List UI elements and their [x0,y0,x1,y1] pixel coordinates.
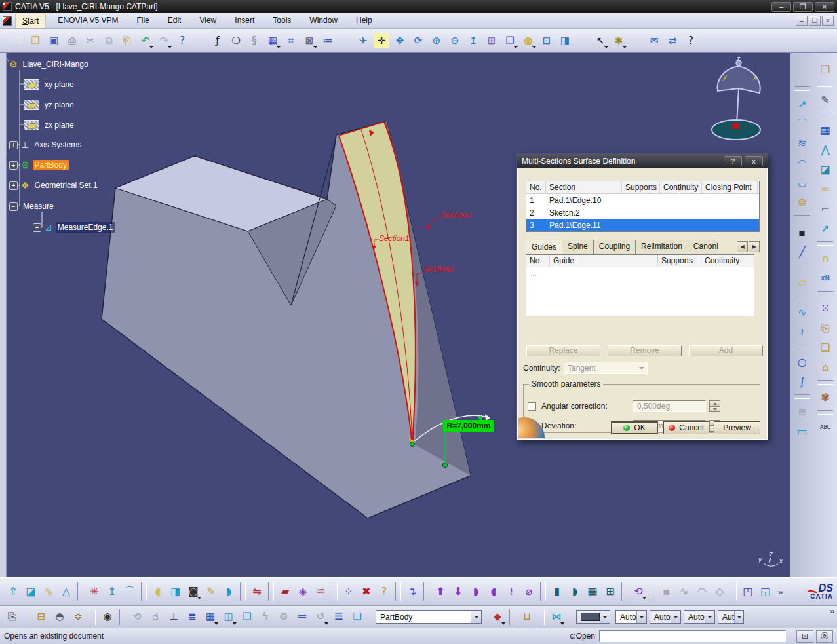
symmetry-icon[interactable]: ✳ [87,584,102,599]
projection-curve-icon[interactable]: ⇘ [41,584,56,599]
table-row[interactable]: 1 Pad.1\Edge.10 [526,194,759,206]
tree-item-axis-systems[interactable]: Axis Systems [32,140,83,150]
box-cylinder-icon[interactable]: ◫ [221,609,237,625]
inertia-icon[interactable]: ≎ [70,609,86,625]
hatch-box-icon[interactable]: ⊞ [602,584,618,599]
relations-icon[interactable]: ≔ [320,33,336,48]
table-row-selected[interactable]: 3 Pad.1\Edge.11 [526,219,759,231]
expand-toggle[interactable]: + [9,161,18,170]
undo-icon[interactable]: ↶ [138,33,153,48]
pick-face-icon[interactable]: ◰ [740,584,756,599]
tree-item-root[interactable]: Llave_CIRI-Mango [21,59,90,69]
menu-item-file[interactable]: File [130,14,155,28]
cell-no[interactable]: 3 [526,221,546,230]
radius-dimension-label[interactable]: R=7,000mm [443,420,494,432]
whats-this-icon[interactable]: ? [174,33,190,48]
expand-toggle[interactable]: + [9,141,18,149]
extrapolate-icon[interactable]: ➚ [816,219,834,237]
cancel-button[interactable]: Cancel [663,421,709,434]
prism-dark-icon[interactable]: ▮ [549,584,565,599]
groove-icon[interactable]: ◖ [486,584,501,599]
sweep-profile-icon[interactable]: ≈ [816,180,834,198]
angular-correction-stepper[interactable] [709,400,720,412]
design-table-icon[interactable]: ▦ [265,33,281,48]
close-surface-icon[interactable]: ◗ [221,584,237,599]
swirl-gray-icon[interactable]: ↺ [313,609,328,625]
u-clamp-icon[interactable]: ⊔ [519,609,535,625]
menu-item-view[interactable]: View [193,14,223,28]
dimension-box-icon[interactable]: ▭ [793,423,811,440]
zoom-in-icon[interactable]: ⊕ [429,33,444,48]
extract-face-icon[interactable]: ◪ [816,161,834,178]
mdi-close-button[interactable]: × [822,16,834,26]
dialog-title-bar[interactable]: Multi-Sections Surface Definition ? x [517,154,768,168]
dialog-close-button[interactable]: x [745,156,763,166]
normal-view-icon[interactable]: ↥ [465,33,481,48]
tab-relimitation[interactable]: Relimitation [636,240,688,254]
section3-label[interactable]: Section3 [440,210,471,219]
compass[interactable]: z y x [712,54,760,140]
isometric-box-icon[interactable]: ❒ [816,61,834,79]
surface-red-blue-icon[interactable]: ◆ [490,609,505,625]
adaptive-sweep-icon[interactable]: ≀ [793,323,811,341]
spline-icon[interactable]: ∫ [793,373,811,390]
small-cube-icon[interactable]: ❒ [239,609,255,625]
pattern-sphere-icon[interactable]: ⁘ [341,584,357,599]
render-style-icon[interactable]: ◍ [520,33,536,48]
circle-icon[interactable]: ○ [793,353,811,371]
dialog-help-button[interactable]: ? [724,156,742,166]
section2-label[interactable]: Section2 [423,265,454,274]
multi-color-shell-icon[interactable]: ◈ [295,584,311,599]
text-annotation-icon[interactable]: ABC [816,419,834,436]
lock-icon[interactable]: ⊠ [302,33,317,48]
menu-item-window[interactable]: Window [303,14,344,28]
pick-element-icon[interactable]: ◱ [758,584,773,599]
expand-toggle[interactable]: + [9,181,18,190]
menu-item-insert[interactable]: Insert [228,14,261,28]
unknown-feature-icon[interactable]: ? [376,584,392,599]
circle-frame-icon[interactable]: ◙ [185,584,201,599]
rib-icon[interactable]: ≀ [503,584,519,599]
view-mode-icon[interactable]: ◨ [557,33,573,48]
develop-surface-icon[interactable]: △ [58,584,74,599]
select-arrow-icon[interactable]: ↖ [593,33,608,48]
smart-pick-icon[interactable]: ✱ [611,33,627,48]
angular-correction-checkbox[interactable] [528,402,536,411]
tab-canonical[interactable]: Canoni [688,240,718,254]
half-cylinder-icon[interactable]: ◗ [567,584,583,599]
remove-button[interactable]: Remove [608,345,682,356]
tree-item-zx-plane[interactable]: zx plane [43,120,76,130]
thick-surface-icon[interactable]: ◨ [168,584,184,599]
mdi-minimize-button[interactable]: – [796,16,808,26]
box-gray-icon[interactable]: ◇ [712,584,728,599]
table-row[interactable]: 2 Sketch.2 [526,206,759,219]
pan-icon[interactable]: ✥ [392,33,408,48]
split-trim-icon[interactable]: ◪ [23,584,39,599]
delete-pattern-icon[interactable]: ✖ [359,584,374,599]
kite-cyan-icon[interactable]: ⋈ [549,609,564,625]
line-type-combo[interactable]: Auto [650,610,681,624]
catalog-browser-icon[interactable]: ⌂ [816,358,834,376]
menu-item-help[interactable]: Help [349,14,379,28]
corner-plane-icon[interactable]: ⌐ [816,200,834,218]
tree-item-measure-edge[interactable]: MeasureEdge.1 [56,222,115,233]
toolbar-overflow-chevron[interactable]: » [778,587,783,597]
work-grid-icon[interactable]: ▦ [203,609,218,625]
ruler-icon[interactable]: ⊟ [33,609,49,625]
paste-icon[interactable]: ⎗ [119,33,135,48]
structure-tree-icon[interactable]: ⌗ [283,33,299,48]
active-body-combo[interactable]: PartBody [376,610,482,624]
cell-section[interactable]: Pad.1\Edge.11 [546,221,622,230]
expand-toggle[interactable]: − [9,202,18,211]
refresh-gray-icon[interactable]: ⟲ [129,609,145,625]
angular-correction-field[interactable]: 0,500deg [633,400,706,412]
tree-item-xy-plane[interactable]: xy plane [43,79,76,90]
boundary-projection-icon[interactable]: ⇑ [5,584,21,599]
insert-body-icon[interactable]: ↴ [404,584,420,599]
copy-icon[interactable]: ⧉ [101,33,117,48]
cut-icon[interactable]: ✂ [83,33,98,48]
menu-item-enovia[interactable]: ENOVIA V5 VPM [51,14,125,28]
tree-structure-icon[interactable]: ≣ [184,609,200,625]
formula-icon[interactable]: ƒ [210,33,225,48]
measure-item-icon[interactable]: ◓ [52,609,68,625]
